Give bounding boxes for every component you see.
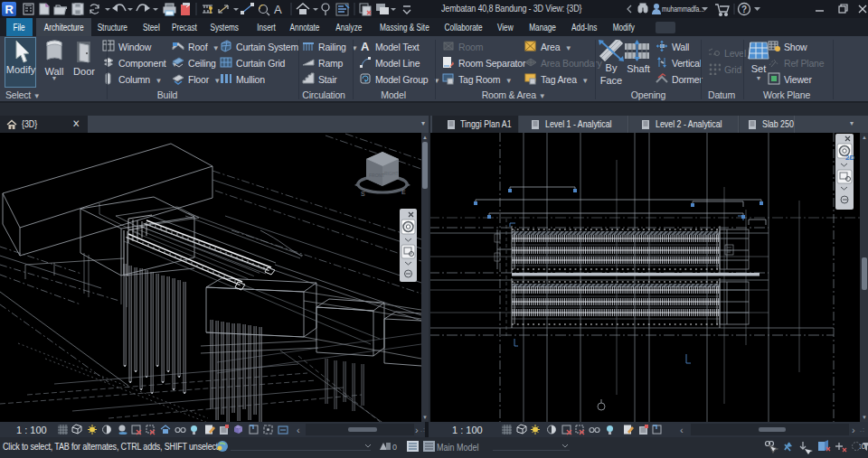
svg-text:A: A [361, 40, 370, 52]
svg-text:?: ? [741, 5, 747, 14]
svg-text:S: S [361, 191, 365, 197]
svg-text:RIGHT: RIGHT [384, 171, 399, 176]
svg-text:FRONT: FRONT [369, 173, 384, 178]
svg-text:R: R [5, 3, 14, 16]
svg-text:E: E [401, 189, 406, 195]
svg-text:2D: 2D [845, 154, 854, 162]
svg-text:A: A [274, 3, 282, 16]
svg-text:0: 0 [392, 443, 397, 452]
